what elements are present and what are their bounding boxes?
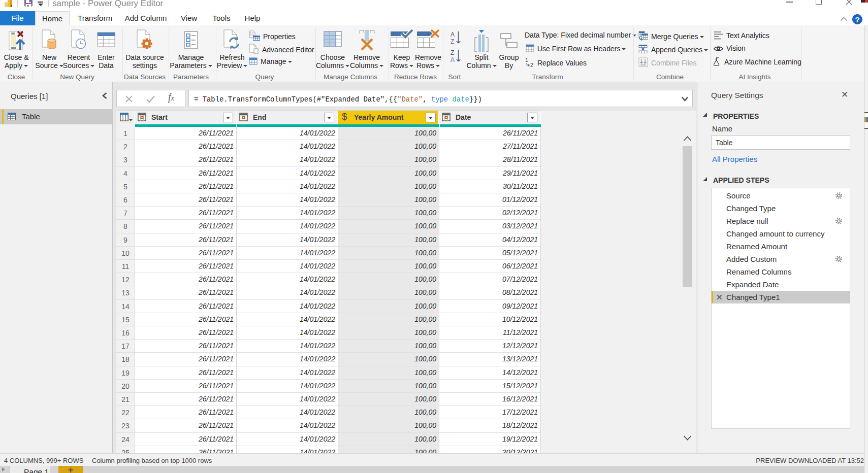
svg-text:2: 2 — [530, 62, 533, 67]
svg-text:1: 1 — [525, 57, 528, 63]
